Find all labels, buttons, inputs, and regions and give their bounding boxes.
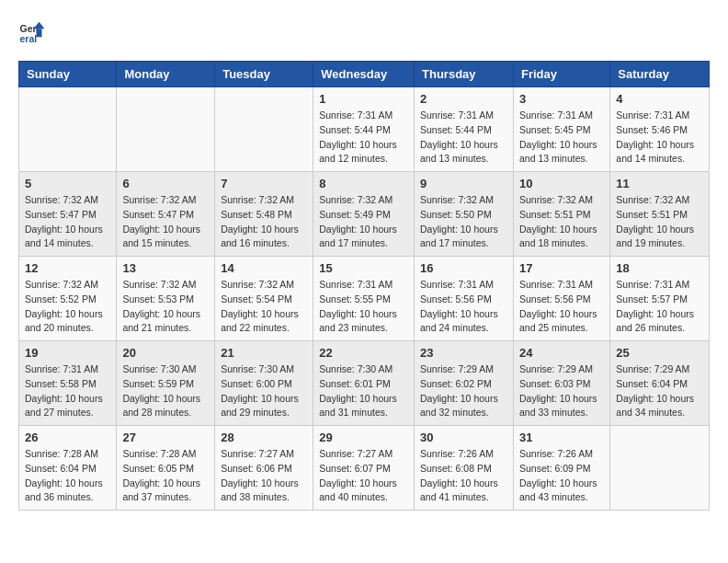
day-number: 7 — [221, 177, 307, 190]
calendar-cell: 12Sunrise: 7:32 AM Sunset: 5:52 PM Dayli… — [19, 257, 117, 341]
calendar-cell: 21Sunrise: 7:30 AM Sunset: 6:00 PM Dayli… — [215, 341, 313, 426]
day-number: 15 — [319, 261, 408, 275]
day-info: Sunrise: 7:26 AM Sunset: 6:08 PM Dayligh… — [420, 447, 507, 505]
calendar-table: SundayMondayTuesdayWednesdayThursdayFrid… — [18, 61, 710, 511]
calendar-cell: 30Sunrise: 7:26 AM Sunset: 6:08 PM Dayli… — [415, 426, 514, 511]
logo: Gen eral — [18, 18, 50, 46]
day-number: 6 — [122, 177, 209, 190]
day-info: Sunrise: 7:29 AM Sunset: 6:02 PM Dayligh… — [420, 362, 507, 420]
day-number: 29 — [319, 431, 408, 444]
day-number: 22 — [319, 346, 408, 360]
calendar-cell: 10Sunrise: 7:32 AM Sunset: 5:51 PM Dayli… — [513, 172, 609, 257]
calendar-cell: 4Sunrise: 7:31 AM Sunset: 5:46 PM Daylig… — [610, 87, 710, 172]
day-info: Sunrise: 7:31 AM Sunset: 5:45 PM Dayligh… — [519, 109, 604, 167]
calendar-cell: 2Sunrise: 7:31 AM Sunset: 5:44 PM Daylig… — [415, 87, 514, 172]
day-number: 3 — [519, 92, 604, 106]
day-number: 23 — [420, 346, 507, 360]
day-info: Sunrise: 7:32 AM Sunset: 5:47 PM Dayligh… — [25, 193, 110, 251]
day-info: Sunrise: 7:30 AM Sunset: 6:01 PM Dayligh… — [319, 362, 408, 420]
calendar-cell: 17Sunrise: 7:31 AM Sunset: 5:56 PM Dayli… — [513, 257, 609, 341]
day-number: 5 — [25, 177, 110, 190]
day-number: 8 — [319, 177, 408, 190]
day-number: 31 — [519, 431, 604, 444]
calendar-header-monday: Monday — [117, 62, 215, 87]
day-number: 24 — [519, 346, 604, 360]
calendar-cell: 16Sunrise: 7:31 AM Sunset: 5:56 PM Dayli… — [415, 257, 514, 341]
day-number: 13 — [122, 261, 209, 275]
day-number: 18 — [616, 261, 703, 275]
day-info: Sunrise: 7:27 AM Sunset: 6:06 PM Dayligh… — [221, 447, 307, 505]
day-info: Sunrise: 7:32 AM Sunset: 5:53 PM Dayligh… — [122, 278, 209, 336]
day-info: Sunrise: 7:29 AM Sunset: 6:04 PM Dayligh… — [616, 362, 703, 420]
day-number: 21 — [221, 346, 307, 360]
svg-text:eral: eral — [20, 33, 38, 44]
day-info: Sunrise: 7:28 AM Sunset: 6:04 PM Dayligh… — [25, 447, 110, 505]
calendar-header-row: SundayMondayTuesdayWednesdayThursdayFrid… — [19, 62, 710, 87]
calendar-cell: 18Sunrise: 7:31 AM Sunset: 5:57 PM Dayli… — [610, 257, 710, 341]
day-info: Sunrise: 7:32 AM Sunset: 5:52 PM Dayligh… — [25, 278, 110, 336]
page-header: Gen eral — [18, 18, 710, 46]
day-number: 16 — [420, 261, 507, 275]
calendar-cell: 20Sunrise: 7:30 AM Sunset: 5:59 PM Dayli… — [117, 341, 215, 426]
day-number: 27 — [122, 431, 209, 444]
day-number: 17 — [519, 261, 604, 275]
day-info: Sunrise: 7:30 AM Sunset: 5:59 PM Dayligh… — [122, 362, 209, 420]
day-info: Sunrise: 7:30 AM Sunset: 6:00 PM Dayligh… — [221, 362, 307, 420]
calendar-cell: 11Sunrise: 7:32 AM Sunset: 5:51 PM Dayli… — [610, 172, 710, 257]
calendar-week-4: 19Sunrise: 7:31 AM Sunset: 5:58 PM Dayli… — [19, 341, 710, 426]
svg-rect-3 — [37, 29, 42, 37]
calendar-header-friday: Friday — [513, 62, 609, 87]
day-info: Sunrise: 7:28 AM Sunset: 6:05 PM Dayligh… — [122, 447, 209, 505]
day-number: 10 — [519, 177, 604, 190]
day-info: Sunrise: 7:32 AM Sunset: 5:51 PM Dayligh… — [616, 193, 703, 251]
day-info: Sunrise: 7:31 AM Sunset: 5:56 PM Dayligh… — [519, 278, 604, 336]
day-info: Sunrise: 7:31 AM Sunset: 5:58 PM Dayligh… — [25, 362, 110, 420]
calendar-cell: 14Sunrise: 7:32 AM Sunset: 5:54 PM Dayli… — [215, 257, 313, 341]
calendar-cell: 28Sunrise: 7:27 AM Sunset: 6:06 PM Dayli… — [215, 426, 313, 511]
day-number: 11 — [616, 177, 703, 190]
calendar-cell — [610, 426, 710, 511]
day-info: Sunrise: 7:32 AM Sunset: 5:51 PM Dayligh… — [519, 193, 604, 251]
calendar-cell: 1Sunrise: 7:31 AM Sunset: 5:44 PM Daylig… — [313, 87, 415, 172]
calendar-cell: 5Sunrise: 7:32 AM Sunset: 5:47 PM Daylig… — [19, 172, 117, 257]
day-info: Sunrise: 7:32 AM Sunset: 5:48 PM Dayligh… — [221, 193, 307, 251]
day-number: 19 — [25, 346, 110, 360]
calendar-cell: 19Sunrise: 7:31 AM Sunset: 5:58 PM Dayli… — [19, 341, 117, 426]
day-info: Sunrise: 7:32 AM Sunset: 5:47 PM Dayligh… — [122, 193, 209, 251]
day-number: 25 — [616, 346, 703, 360]
calendar-cell: 7Sunrise: 7:32 AM Sunset: 5:48 PM Daylig… — [215, 172, 313, 257]
day-number: 28 — [221, 431, 307, 444]
day-info: Sunrise: 7:27 AM Sunset: 6:07 PM Dayligh… — [319, 447, 408, 505]
day-info: Sunrise: 7:31 AM Sunset: 5:46 PM Dayligh… — [616, 109, 703, 167]
calendar-header-sunday: Sunday — [19, 62, 117, 87]
calendar-cell: 9Sunrise: 7:32 AM Sunset: 5:50 PM Daylig… — [415, 172, 514, 257]
day-info: Sunrise: 7:32 AM Sunset: 5:50 PM Dayligh… — [420, 193, 507, 251]
day-number: 9 — [420, 177, 507, 190]
calendar-cell: 29Sunrise: 7:27 AM Sunset: 6:07 PM Dayli… — [313, 426, 415, 511]
day-info: Sunrise: 7:31 AM Sunset: 5:56 PM Dayligh… — [420, 278, 507, 336]
day-number: 12 — [25, 261, 110, 275]
day-number: 30 — [420, 431, 507, 444]
calendar-week-1: 1Sunrise: 7:31 AM Sunset: 5:44 PM Daylig… — [19, 87, 710, 172]
calendar-header-wednesday: Wednesday — [313, 62, 415, 87]
calendar-cell — [117, 87, 215, 172]
calendar-cell: 27Sunrise: 7:28 AM Sunset: 6:05 PM Dayli… — [117, 426, 215, 511]
calendar-cell: 31Sunrise: 7:26 AM Sunset: 6:09 PM Dayli… — [513, 426, 609, 511]
calendar-cell: 13Sunrise: 7:32 AM Sunset: 5:53 PM Dayli… — [117, 257, 215, 341]
day-info: Sunrise: 7:31 AM Sunset: 5:44 PM Dayligh… — [420, 109, 507, 167]
day-info: Sunrise: 7:29 AM Sunset: 6:03 PM Dayligh… — [519, 362, 604, 420]
calendar-cell: 23Sunrise: 7:29 AM Sunset: 6:02 PM Dayli… — [415, 341, 514, 426]
day-info: Sunrise: 7:26 AM Sunset: 6:09 PM Dayligh… — [519, 447, 604, 505]
day-info: Sunrise: 7:31 AM Sunset: 5:57 PM Dayligh… — [616, 278, 703, 336]
calendar-header-thursday: Thursday — [415, 62, 514, 87]
day-info: Sunrise: 7:31 AM Sunset: 5:44 PM Dayligh… — [319, 109, 408, 167]
day-number: 20 — [122, 346, 209, 360]
calendar-cell: 6Sunrise: 7:32 AM Sunset: 5:47 PM Daylig… — [117, 172, 215, 257]
day-number: 1 — [319, 92, 408, 106]
day-info: Sunrise: 7:32 AM Sunset: 5:54 PM Dayligh… — [221, 278, 307, 336]
calendar-week-3: 12Sunrise: 7:32 AM Sunset: 5:52 PM Dayli… — [19, 257, 710, 341]
calendar-week-2: 5Sunrise: 7:32 AM Sunset: 5:47 PM Daylig… — [19, 172, 710, 257]
calendar-cell: 26Sunrise: 7:28 AM Sunset: 6:04 PM Dayli… — [19, 426, 117, 511]
calendar-cell: 24Sunrise: 7:29 AM Sunset: 6:03 PM Dayli… — [513, 341, 609, 426]
logo-icon: Gen eral — [18, 18, 46, 46]
